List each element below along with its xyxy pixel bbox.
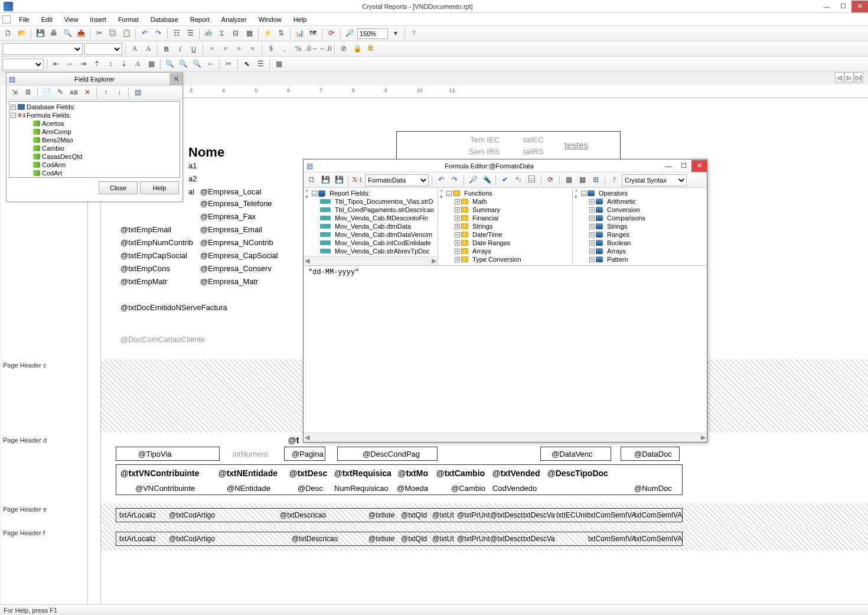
menu-database[interactable]: Database bbox=[145, 15, 184, 24]
pane-close-icon[interactable]: ×▾ bbox=[304, 188, 311, 202]
field-numrequisicao[interactable]: NumRequisicao bbox=[332, 483, 390, 493]
thousands-icon[interactable]: , bbox=[279, 43, 291, 55]
insert-subreport-icon[interactable]: ▦ bbox=[243, 28, 255, 40]
pane-scrollbar[interactable]: ◀▶ bbox=[304, 256, 438, 265]
field-phf-lote[interactable]: @txtlote bbox=[367, 534, 396, 544]
print-icon[interactable]: 🖶 bbox=[48, 28, 60, 40]
fe-movedown-icon[interactable]: ↓ bbox=[113, 87, 125, 99]
field-numdoc[interactable]: @NumDoc bbox=[632, 483, 674, 493]
menu-help[interactable]: Help bbox=[288, 15, 313, 24]
expand-icon[interactable]: + bbox=[455, 240, 460, 246]
field-phf-descricao[interactable]: @txtDescricao bbox=[290, 534, 340, 544]
field-phe-descva[interactable]: txtDescVa bbox=[521, 510, 557, 520]
tree-item[interactable]: ArmComp bbox=[42, 128, 71, 135]
minimize-button[interactable]: — bbox=[818, 1, 835, 12]
currency-icon[interactable]: $ bbox=[265, 43, 277, 55]
fe2-undo-icon[interactable]: ↶ bbox=[435, 174, 447, 186]
align-tops-icon[interactable]: ⇡ bbox=[91, 58, 103, 70]
tree-item[interactable]: CodArt bbox=[42, 170, 62, 177]
open-icon[interactable]: 📂 bbox=[16, 28, 28, 40]
tree-item[interactable]: Math bbox=[472, 198, 487, 205]
field-phe-iecunit[interactable]: txtIECUnit bbox=[554, 510, 590, 520]
maximize-button[interactable]: ☐ bbox=[835, 1, 851, 12]
new-icon[interactable]: 🗋 bbox=[2, 28, 14, 40]
fe2-check-icon[interactable]: X·1 bbox=[351, 174, 363, 186]
expand-icon[interactable]: + bbox=[455, 249, 460, 254]
field-phe-qtd[interactable]: @txtQtd bbox=[399, 510, 429, 520]
zoom-out-icon[interactable]: 🔍 bbox=[177, 58, 189, 70]
menu-window[interactable]: Window bbox=[253, 15, 288, 24]
field-at[interactable]: @t bbox=[286, 435, 301, 445]
tree-item[interactable]: Mov_Venda_Cab.fltDescontoFin bbox=[335, 214, 428, 222]
lock-size-icon[interactable]: 🛠 bbox=[365, 43, 377, 55]
tree-item[interactable]: Summary bbox=[472, 206, 500, 213]
tree-db-fields[interactable]: Database Fields: bbox=[27, 103, 76, 110]
tree-item[interactable]: Mov_Venda_Cab.dtmDataVencim bbox=[335, 231, 432, 238]
field-explorer-icon[interactable]: ☰ bbox=[184, 28, 196, 40]
field-phf-ut[interactable]: @txtUt bbox=[430, 534, 456, 544]
formula-code-area[interactable]: "dd-MM-yyyy" bbox=[304, 266, 707, 432]
field-tipovia[interactable]: @TipoVia bbox=[136, 449, 174, 459]
zoom-dropdown-icon[interactable]: ▾ bbox=[390, 28, 402, 40]
menu-edit[interactable]: Edit bbox=[35, 15, 58, 24]
redo-icon[interactable]: ↷ bbox=[152, 28, 164, 40]
tree-item[interactable]: Conversion bbox=[607, 206, 640, 213]
expand-icon[interactable]: + bbox=[455, 257, 460, 262]
inc-decimal-icon[interactable]: .0→ bbox=[306, 43, 318, 55]
fe2-save-close-icon[interactable]: 🗋 bbox=[306, 174, 318, 186]
fe2-funcs-pane-icon[interactable]: ▦ bbox=[576, 174, 588, 186]
fe2-find-icon[interactable]: 🔦 bbox=[481, 174, 492, 186]
section-phd-band[interactable]: @t @TipoVia intNumero @Pagina @DescCondP… bbox=[101, 432, 868, 503]
section-label-phf[interactable]: Page Header f bbox=[3, 529, 86, 536]
font-combo[interactable] bbox=[2, 43, 83, 55]
field-phf-codartigo[interactable]: @txtCodArtigo bbox=[167, 534, 217, 544]
align-justify-icon[interactable]: ≡ bbox=[247, 43, 259, 55]
tree-item[interactable]: Boolean bbox=[607, 239, 631, 246]
font-color-icon[interactable]: A bbox=[129, 43, 141, 55]
field-empresa-conserv[interactable]: @Empresa_Conserv bbox=[198, 263, 273, 274]
field-semirs[interactable]: Sem IRS bbox=[460, 147, 501, 157]
pane-close-icon[interactable]: ×▾ bbox=[438, 188, 445, 202]
field-phe-lote[interactable]: @txtlote bbox=[367, 510, 396, 520]
font-color2-icon[interactable]: A bbox=[132, 58, 143, 70]
formula-editor-scrollbar[interactable]: ◀▶ bbox=[304, 432, 707, 442]
tree-item[interactable]: Financial bbox=[472, 214, 498, 222]
field-intnumero[interactable]: intNumero bbox=[231, 449, 270, 459]
zoom-in-icon[interactable]: 🔍 bbox=[164, 58, 175, 70]
field-phf-prunt[interactable]: @txtPrUnt bbox=[455, 534, 492, 544]
tree-item[interactable]: Mov_Venda_Cab.dtmData bbox=[335, 223, 411, 230]
field-vncontrib[interactable]: @VNContribuinte bbox=[133, 483, 197, 493]
fe2-browse-icon[interactable]: 🔎 bbox=[467, 174, 479, 186]
expand-icon[interactable]: + bbox=[455, 232, 460, 237]
tree-item[interactable]: Comparisons bbox=[607, 214, 645, 222]
expand-icon[interactable]: + bbox=[11, 105, 16, 110]
formula-editor-close-button[interactable]: ✕ bbox=[691, 160, 707, 172]
fe2-help-icon[interactable]: ? bbox=[608, 174, 620, 186]
field-txtvended[interactable]: @txtVended bbox=[491, 468, 542, 479]
tab-prev-icon[interactable]: ◁ bbox=[835, 72, 844, 83]
zoom-width-icon[interactable]: ↔ bbox=[204, 58, 216, 70]
tree-item[interactable]: Strings bbox=[472, 223, 492, 230]
fe2-save-icon[interactable]: 💾 bbox=[319, 174, 331, 186]
chart-icon[interactable]: 📊 bbox=[293, 28, 305, 40]
field-phe-prunt[interactable]: @txtPrUnt bbox=[455, 510, 492, 520]
field-explorer-help-button[interactable]: Help bbox=[140, 181, 179, 194]
formula-editor-maximize-button[interactable]: ☐ bbox=[676, 160, 691, 172]
menu-file[interactable]: File bbox=[13, 15, 35, 24]
field-datavenc[interactable]: @DataVenc bbox=[550, 449, 595, 459]
tree-item[interactable]: Acertos bbox=[42, 120, 64, 127]
field-a1[interactable]: a1 bbox=[187, 161, 198, 171]
collapse-icon[interactable]: – bbox=[581, 191, 586, 196]
expand-icon[interactable]: + bbox=[589, 249, 595, 254]
sort-icon[interactable]: ⇅ bbox=[275, 28, 287, 40]
field-empresa-fax[interactable]: @Empresa_Fax bbox=[198, 211, 257, 222]
hand-tool-icon[interactable]: ☰ bbox=[254, 58, 266, 70]
section-label-phd[interactable]: Page Header d bbox=[3, 437, 86, 444]
select-expert-icon[interactable]: ⚡ bbox=[262, 28, 273, 40]
fe-browse-icon[interactable]: 🗏 bbox=[22, 87, 34, 99]
field-phe-descricao[interactable]: @txtDescricao bbox=[278, 510, 328, 520]
field-phe-comsemiva2[interactable]: txtComSemIVA bbox=[632, 510, 684, 520]
expand-icon[interactable]: + bbox=[455, 224, 460, 229]
field-phf-qtd[interactable]: @txtQtd bbox=[399, 534, 429, 544]
align-bottoms-icon[interactable]: ⇣ bbox=[118, 58, 130, 70]
